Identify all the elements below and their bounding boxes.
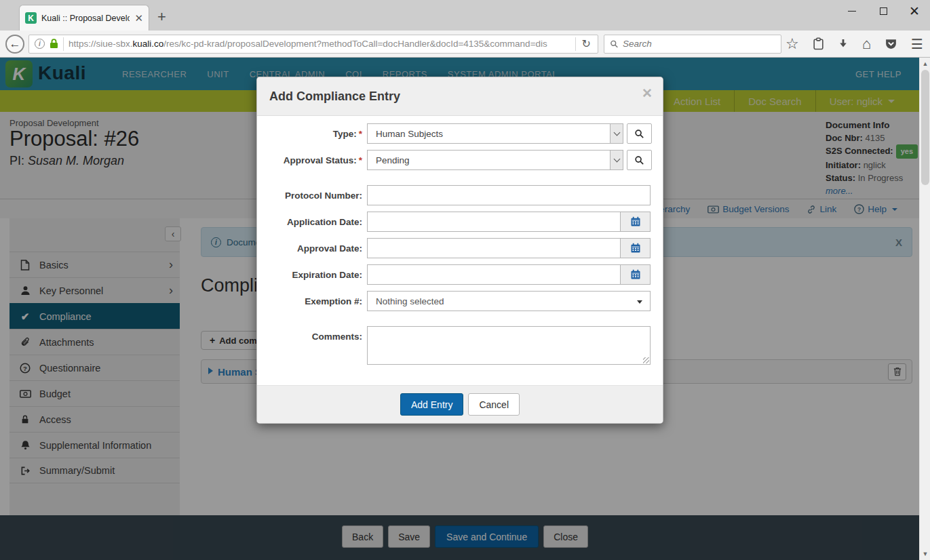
new-tab-button[interactable]: + <box>157 9 166 24</box>
search-icon <box>610 39 619 49</box>
https-lock-icon <box>50 39 58 49</box>
expiration-date-label: Expiration Date: <box>257 264 362 285</box>
home-icon[interactable]: ⌂ <box>862 37 871 52</box>
add-entry-button[interactable]: Add Entry <box>400 393 463 416</box>
modal-body: Type:* Human Subjects Approval Status:* <box>257 116 663 365</box>
select-chevron-icon[interactable] <box>610 151 623 169</box>
type-label: Type:* <box>257 123 362 144</box>
application-date-picker-button[interactable] <box>621 212 651 232</box>
approval-date-picker-button[interactable] <box>621 238 651 258</box>
page-viewport: K Kuali RESEARCHER UNIT CENTRAL ADMIN CO… <box>0 58 930 560</box>
modal-footer: Add Entry Cancel <box>257 385 663 423</box>
comments-textarea[interactable] <box>367 326 651 365</box>
scrollbar-thumb[interactable] <box>921 70 929 185</box>
scroll-up-icon[interactable]: ▲ <box>920 58 930 69</box>
search-input[interactable] <box>623 39 775 49</box>
calendar-icon <box>630 216 641 227</box>
expiration-date-input[interactable] <box>367 264 621 285</box>
kuali-favicon: K <box>25 12 37 24</box>
url-field[interactable]: i https://siue-sbx.kuali.co/res/kc-pd-kr… <box>28 35 598 54</box>
expiration-date-picker-button[interactable] <box>621 264 651 285</box>
search-box[interactable] <box>604 35 781 54</box>
menu-hamburger-icon[interactable]: ☰ <box>911 37 923 51</box>
window-maximize-button[interactable] <box>868 0 899 22</box>
approval-date-label: Approval Date: <box>257 238 362 258</box>
browser-chrome: K Kuali :: Proposal Developme ✕ + ✕ ← i … <box>0 0 930 58</box>
tab-close-icon[interactable]: ✕ <box>134 13 143 23</box>
approval-status-label: Approval Status:* <box>257 150 362 170</box>
browser-navbar: ← i https://siue-sbx.kuali.co/res/kc-pd-… <box>0 31 930 58</box>
reload-icon[interactable]: ↻ <box>581 37 592 50</box>
page-info-icon[interactable]: i <box>35 39 45 49</box>
resize-handle[interactable] <box>643 357 649 363</box>
approval-status-select[interactable]: Pending <box>367 150 623 170</box>
cancel-button[interactable]: Cancel <box>468 393 520 416</box>
clipboard-icon[interactable] <box>813 37 824 50</box>
search-icon <box>634 129 644 139</box>
calendar-icon <box>630 269 641 280</box>
exemption-dropdown[interactable]: Nothing selected <box>367 291 651 311</box>
required-marker: * <box>359 129 362 139</box>
window-minimize-button[interactable] <box>836 0 868 22</box>
search-icon <box>634 155 644 165</box>
pocket-icon[interactable] <box>885 37 897 50</box>
application-date-input[interactable] <box>367 212 621 232</box>
bookmark-star-icon[interactable]: ☆ <box>786 37 799 52</box>
modal-header: Add Compliance Entry ✕ <box>257 77 663 116</box>
add-compliance-entry-modal: Add Compliance Entry ✕ Type:* Human Subj… <box>256 77 663 424</box>
caret-down-icon <box>637 300 642 304</box>
calendar-icon <box>630 243 641 254</box>
url-text: https://siue-sbx.kuali.co/res/kc-pd-krad… <box>69 39 570 49</box>
type-lookup-button[interactable] <box>627 123 652 144</box>
application-date-label: Application Date: <box>257 212 362 232</box>
required-marker: * <box>359 155 362 165</box>
approval-status-lookup-button[interactable] <box>627 150 652 170</box>
tab-title: Kuali :: Proposal Developme <box>41 14 130 23</box>
page-scrollbar[interactable]: ▲ ▼ <box>919 58 930 560</box>
modal-title: Add Compliance Entry <box>269 89 400 104</box>
approval-date-input[interactable] <box>367 238 621 258</box>
protocol-number-label: Protocol Number: <box>257 185 362 205</box>
back-button[interactable]: ← <box>5 35 24 54</box>
protocol-number-input[interactable] <box>367 185 651 205</box>
select-chevron-icon[interactable] <box>610 124 623 143</box>
comments-label: Comments: <box>257 326 362 365</box>
browser-titlebar: K Kuali :: Proposal Developme ✕ + ✕ <box>0 0 930 31</box>
scroll-down-icon[interactable]: ▼ <box>920 548 930 559</box>
exemption-label: Exemption #: <box>257 291 362 311</box>
downloads-icon[interactable] <box>838 39 849 49</box>
type-select[interactable]: Human Subjects <box>367 123 623 144</box>
browser-tab[interactable]: K Kuali :: Proposal Developme ✕ <box>19 5 149 31</box>
modal-close-icon[interactable]: ✕ <box>642 87 653 100</box>
window-close-button[interactable]: ✕ <box>899 0 930 22</box>
